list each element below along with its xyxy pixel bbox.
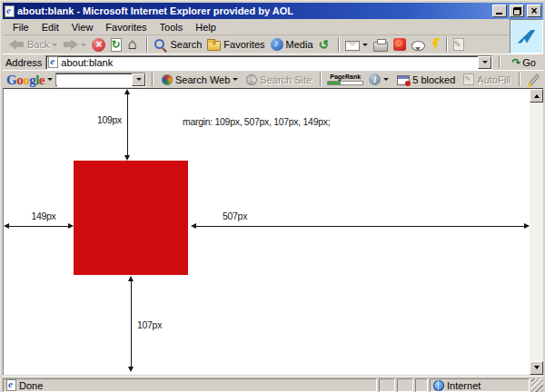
search-web-button[interactable]: Search Web (159, 74, 241, 86)
page-content: 109px margin: 109px, 507px, 107px, 149px… (3, 88, 543, 375)
media-label: Media (286, 39, 313, 50)
favorites-icon (207, 41, 221, 51)
google-ball-icon (162, 74, 173, 85)
internet-globe-icon (433, 380, 444, 391)
aol-logo-button[interactable] (510, 19, 543, 54)
autofill-icon (463, 74, 474, 85)
address-value: about:blank (61, 57, 475, 68)
autofill-label: AutoFill (477, 74, 510, 85)
google-search-dropdown-button[interactable] (132, 74, 145, 86)
print-button[interactable] (371, 37, 391, 53)
back-label: Back (27, 39, 49, 50)
forward-icon (63, 38, 78, 51)
status-bar: Done Internet (3, 376, 543, 392)
refresh-button[interactable] (108, 37, 124, 53)
search-web-dropdown-icon[interactable] (233, 78, 238, 83)
back-dropdown-icon[interactable] (52, 44, 57, 49)
highlight-button[interactable] (526, 73, 542, 87)
menu-favorites[interactable]: Favorites (99, 20, 153, 34)
google-menu-dropdown-icon[interactable] (47, 78, 53, 83)
menu-bar: File Edit View Favorites Tools Help (3, 19, 510, 35)
left-margin-label: 149px (20, 211, 67, 221)
mail-button[interactable] (342, 38, 371, 52)
top-margin-arrow (124, 89, 132, 161)
history-button[interactable] (316, 37, 335, 53)
mail-dropdown-icon[interactable] (362, 44, 368, 49)
autofill-button[interactable]: AutoFill (461, 73, 513, 86)
google-toolbar: Google Search Web Search Site PageRank 5… (3, 70, 543, 88)
go-arrow-icon (511, 57, 520, 68)
google-letter: o (23, 73, 29, 87)
red-box (74, 161, 188, 275)
address-bar: Address about:blank Go (3, 54, 543, 70)
speech-bubble-icon (411, 41, 425, 51)
go-button[interactable]: Go (507, 56, 540, 69)
refresh-icon (111, 38, 122, 52)
popup-blocker-button[interactable]: 5 blocked (394, 73, 458, 86)
scroll-down-button[interactable] (530, 361, 543, 375)
google-search-input[interactable] (56, 74, 132, 85)
top-margin-label: 109px (85, 114, 122, 125)
mail-icon (345, 41, 360, 51)
page-info-button[interactable] (366, 73, 391, 86)
google-letter: g (29, 73, 35, 87)
back-icon (9, 38, 25, 51)
menu-file[interactable]: File (6, 20, 35, 34)
search-button[interactable]: Search (151, 37, 204, 52)
pagerank-indicator[interactable]: PageRank (327, 74, 363, 85)
home-icon (127, 38, 141, 52)
google-ball-disabled-icon (246, 74, 257, 85)
menu-tools[interactable]: Tools (154, 20, 190, 34)
favorites-button[interactable]: Favorites (204, 37, 267, 52)
stop-button[interactable] (89, 37, 108, 53)
minimize-button[interactable] (492, 5, 507, 17)
info-dropdown-icon[interactable] (383, 78, 389, 83)
close-button[interactable] (527, 5, 541, 17)
address-input[interactable]: about:blank (45, 55, 492, 70)
status-pane (415, 378, 428, 392)
scroll-up-icon (534, 92, 540, 98)
google-letter: o (16, 73, 23, 87)
menu-help[interactable]: Help (189, 20, 223, 34)
menu-edit[interactable]: Edit (35, 20, 65, 34)
search-label: Search (170, 39, 202, 50)
menu-view[interactable]: View (65, 20, 100, 34)
back-button[interactable]: Back (6, 37, 60, 52)
page-icon (48, 56, 58, 68)
status-pane (379, 378, 395, 392)
search-icon (154, 38, 167, 51)
scroll-up-button[interactable] (530, 89, 543, 103)
restore-icon (513, 7, 521, 15)
google-logo[interactable]: Google (6, 73, 45, 87)
media-button[interactable]: Media (268, 37, 316, 52)
info-icon (369, 74, 381, 85)
toolbar-separator (338, 37, 340, 52)
forward-button[interactable] (60, 37, 89, 52)
media-icon (271, 38, 283, 51)
status-message-cell: Done (3, 378, 377, 392)
left-margin-arrow (4, 222, 74, 230)
home-button[interactable] (124, 37, 144, 53)
edit-button[interactable] (451, 37, 467, 52)
security-zone-cell: Internet (430, 378, 530, 392)
standard-toolbar: Back Search Favorites (3, 35, 510, 54)
forward-dropdown-icon[interactable] (81, 44, 86, 49)
bottom-margin-arrow (127, 276, 135, 372)
blocked-count-label: 5 blocked (412, 74, 455, 85)
lightning-icon (431, 38, 441, 52)
minimize-icon (496, 13, 502, 15)
address-dropdown-button[interactable] (478, 56, 491, 69)
vertical-scrollbar[interactable] (530, 89, 543, 375)
discuss-button[interactable] (409, 38, 428, 52)
toolbar-separator (320, 73, 322, 86)
restore-button[interactable] (510, 5, 524, 17)
title-bar: about:blank - Microsoft Internet Explore… (3, 3, 543, 19)
messenger-button[interactable] (391, 37, 409, 52)
chevron-down-icon (136, 78, 142, 83)
google-search-box (55, 73, 146, 87)
pagerank-label: PageRank (330, 74, 361, 80)
window-resize-grip[interactable] (531, 378, 543, 392)
quick-connect-button[interactable] (428, 37, 443, 53)
search-site-button[interactable]: Search Site (243, 74, 314, 86)
favorites-label: Favorites (223, 39, 264, 50)
